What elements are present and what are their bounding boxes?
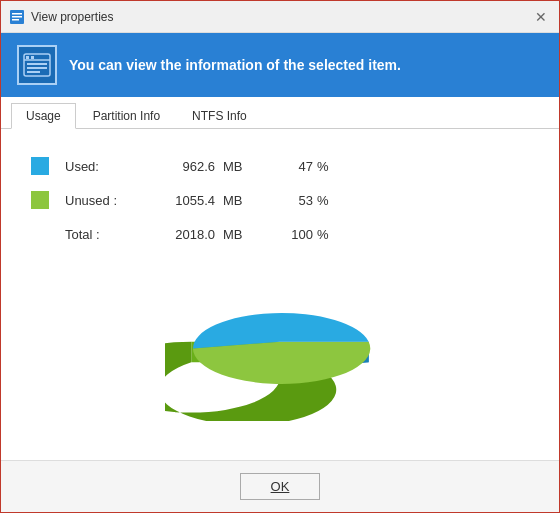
total-pct-sign: % <box>317 227 329 242</box>
info-banner: You can view the information of the sele… <box>1 33 559 97</box>
banner-icon <box>17 45 57 85</box>
svg-rect-8 <box>27 71 40 73</box>
unused-percent: 53 <box>263 193 313 208</box>
used-percent: 47 <box>263 159 313 174</box>
window-icon <box>9 9 25 25</box>
tab-usage[interactable]: Usage <box>11 103 76 129</box>
svg-rect-1 <box>12 13 22 15</box>
stats-table: Used: 962.6 MB 47 % Unused : 1055.4 MB 5… <box>31 149 529 251</box>
used-pct-sign: % <box>317 159 329 174</box>
svg-rect-2 <box>12 16 22 18</box>
unused-value: 1055.4 <box>145 193 215 208</box>
unused-pct-sign: % <box>317 193 329 208</box>
banner-text: You can view the information of the sele… <box>69 57 401 73</box>
used-label: Used: <box>65 159 145 174</box>
used-value: 962.6 <box>145 159 215 174</box>
svg-rect-7 <box>27 67 47 69</box>
svg-rect-6 <box>27 63 47 65</box>
footer: OK <box>1 460 559 512</box>
tab-ntfs-info[interactable]: NTFS Info <box>177 103 262 128</box>
unused-label: Unused : <box>65 193 145 208</box>
pie-chart-main <box>165 281 395 421</box>
close-button[interactable]: ✕ <box>531 7 551 27</box>
ok-button[interactable]: OK <box>240 473 320 500</box>
svg-rect-9 <box>26 56 29 59</box>
window-title: View properties <box>31 10 114 24</box>
total-row: Total : 2018.0 MB 100 % <box>31 217 529 251</box>
content-area: Used: 962.6 MB 47 % Unused : 1055.4 MB 5… <box>1 129 559 460</box>
used-unit: MB <box>223 159 263 174</box>
total-unit: MB <box>223 227 263 242</box>
unused-row: Unused : 1055.4 MB 53 % <box>31 183 529 217</box>
total-value: 2018.0 <box>145 227 215 242</box>
title-bar: View properties ✕ <box>1 1 559 33</box>
title-bar-left: View properties <box>9 9 114 25</box>
tab-partition-info[interactable]: Partition Info <box>78 103 175 128</box>
total-label: Total : <box>65 227 145 242</box>
unused-unit: MB <box>223 193 263 208</box>
view-properties-window: View properties ✕ You can view the infor… <box>0 0 560 513</box>
total-percent: 100 <box>263 227 313 242</box>
used-color-box <box>31 157 49 175</box>
chart-container <box>31 251 529 440</box>
total-color-placeholder <box>31 225 49 243</box>
svg-rect-3 <box>12 19 19 21</box>
tabs-container: Usage Partition Info NTFS Info <box>1 97 559 129</box>
svg-rect-10 <box>31 56 34 59</box>
unused-color-box <box>31 191 49 209</box>
used-row: Used: 962.6 MB 47 % <box>31 149 529 183</box>
